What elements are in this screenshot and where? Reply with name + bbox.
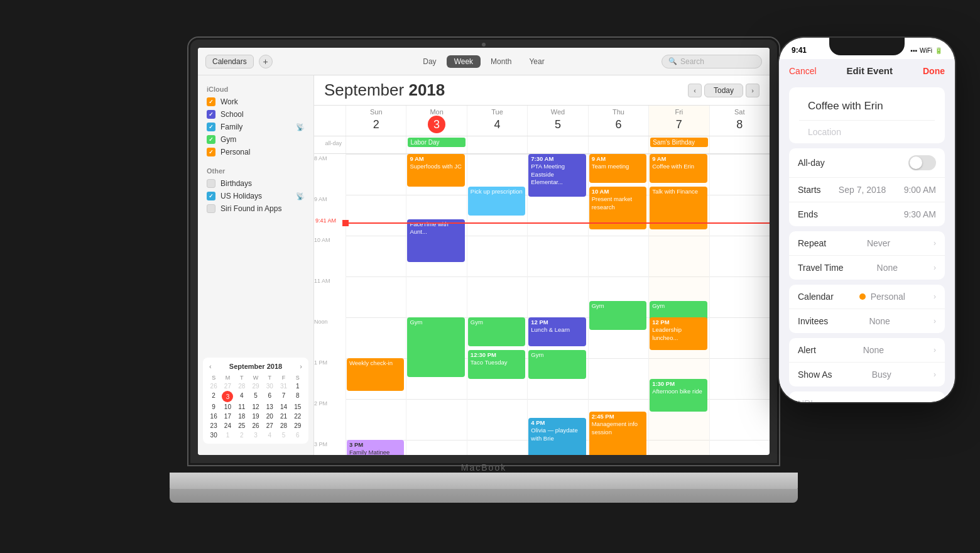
event-6[interactable]: Gym (468, 317, 525, 346)
mini-day-15[interactable]: 15 (291, 402, 305, 412)
event-25[interactable]: 1:30 PMAfternoon bike ride (650, 379, 707, 412)
mini-day-28b[interactable]: 28 (276, 421, 290, 430)
event-1[interactable]: 3 PMFamily Matinee (347, 440, 404, 455)
event-16[interactable]: 9 AMTeam meeting (589, 154, 646, 183)
event-12[interactable]: Gym (528, 350, 585, 379)
us-holidays-wifi-icon: 📡 (296, 192, 305, 200)
mini-day-oct3[interactable]: 3 (249, 430, 263, 440)
mini-day-26b[interactable]: 26 (249, 421, 263, 430)
sidebar-item-birthdays[interactable]: Birthdays (198, 177, 313, 190)
event-3[interactable]: FaceTime with Aunt... (407, 219, 464, 262)
sidebar-item-us-holidays[interactable]: US Holidays 📡 (198, 190, 313, 202)
mini-day-27[interactable]: 27 (220, 381, 234, 391)
mini-day-31[interactable]: 31 (276, 381, 290, 391)
calendar-field[interactable]: Calendar Personal › (789, 285, 945, 309)
mini-day-26[interactable]: 26 (207, 381, 220, 391)
mini-day-oct1[interactable]: 1 (220, 430, 234, 440)
sidebar-item-family[interactable]: Family 📡 (198, 121, 313, 133)
event-name-field[interactable]: Coffee with Erin (799, 92, 935, 120)
mini-day-17[interactable]: 17 (220, 412, 234, 421)
mini-day-16[interactable]: 16 (207, 412, 220, 421)
add-calendar-button[interactable]: + (259, 55, 273, 68)
location-field[interactable]: Location (799, 120, 935, 143)
mini-day-29b[interactable]: 29 (291, 421, 305, 430)
mini-day-9[interactable]: 9 (207, 402, 220, 412)
mini-day-28[interactable]: 28 (235, 381, 249, 391)
mini-day-oct2[interactable]: 2 (235, 430, 249, 440)
mini-day-oct6[interactable]: 6 (291, 430, 305, 440)
cancel-button[interactable]: Cancel (789, 66, 817, 76)
view-month-button[interactable]: Month (483, 55, 519, 68)
url-field[interactable]: URL (789, 391, 945, 402)
mini-day-4[interactable]: 4 (235, 391, 249, 402)
mini-day-23[interactable]: 23 (207, 421, 220, 430)
sidebar-item-school[interactable]: School (198, 108, 313, 121)
mini-day-1[interactable]: 1 (291, 381, 305, 391)
event-21[interactable]: 9 AMCoffee with Erin (650, 154, 707, 183)
repeat-travel-group: Repeat Never › Travel Time None › (789, 231, 945, 280)
mini-day-7[interactable]: 7 (276, 391, 290, 402)
done-button[interactable]: Done (923, 66, 945, 76)
event-10[interactable]: 7:30 AMPTA Meeting Eastside Elementar... (528, 154, 585, 197)
mini-day-6[interactable]: 6 (263, 391, 276, 402)
event-0[interactable]: Weekly check-in (347, 358, 404, 391)
mini-day-2[interactable]: 2 (207, 391, 220, 402)
event-24[interactable]: 12 PMLeadership luncheo... (650, 317, 707, 350)
show-as-field[interactable]: Show As Busy › (789, 363, 945, 386)
mini-day-3-today[interactable]: 3 (222, 391, 233, 402)
cal-next-button[interactable]: › (746, 84, 760, 97)
calendars-button[interactable]: Calendars (205, 55, 254, 68)
mini-day-oct5[interactable]: 5 (276, 430, 290, 440)
cal-prev-button[interactable]: ‹ (688, 84, 702, 97)
ends-field[interactable]: Ends 9:30 AM (789, 202, 945, 226)
mini-day-oct4[interactable]: 4 (263, 430, 276, 440)
mini-day-19[interactable]: 19 (249, 412, 263, 421)
mini-day-13[interactable]: 13 (263, 402, 276, 412)
starts-time: 9:00 AM (904, 185, 936, 195)
mini-day-5[interactable]: 5 (249, 391, 263, 402)
all-day-toggle[interactable] (908, 155, 936, 170)
event-18[interactable]: Gym (589, 301, 646, 330)
mini-day-27b[interactable]: 27 (263, 421, 276, 430)
starts-field[interactable]: Starts Sep 7, 2018 9:00 AM (789, 178, 945, 202)
repeat-field[interactable]: Repeat Never › (789, 231, 945, 256)
mini-day-8[interactable]: 8 (291, 391, 305, 402)
sidebar-item-work[interactable]: Work (198, 96, 313, 108)
event-4[interactable]: Gym (407, 317, 464, 377)
event-19[interactable]: 2:45 PMManagement info session (589, 412, 646, 455)
mini-day-29[interactable]: 29 (249, 381, 263, 391)
mini-day-20[interactable]: 20 (263, 412, 276, 421)
mini-day-30b[interactable]: 30 (207, 430, 220, 440)
mini-day-11[interactable]: 11 (235, 402, 249, 412)
sidebar-item-siri-found[interactable]: Siri Found in Apps (198, 202, 313, 215)
mini-cal-next[interactable]: › (300, 363, 302, 370)
today-button[interactable]: Today (704, 84, 743, 97)
event-7[interactable]: 12:30 PMTaco Tuesday (468, 350, 525, 379)
view-week-button[interactable]: Week (447, 55, 481, 68)
sidebar-item-personal[interactable]: Personal (198, 146, 313, 158)
sidebar-item-gym[interactable]: Gym (198, 133, 313, 146)
invitees-field[interactable]: Invitees None › (789, 309, 945, 333)
mini-day-24[interactable]: 24 (220, 421, 234, 430)
event-11[interactable]: 12 PMLunch & Learn (528, 317, 585, 346)
mini-cal-prev[interactable]: ‹ (209, 363, 212, 370)
view-day-button[interactable]: Day (415, 55, 444, 68)
search-box[interactable]: 🔍 Search (662, 55, 762, 68)
mini-day-21[interactable]: 21 (276, 412, 290, 421)
mini-day-25[interactable]: 25 (235, 421, 249, 430)
sams-birthday-event[interactable]: Sam's Birthday (650, 138, 707, 147)
mini-day-30[interactable]: 30 (263, 381, 276, 391)
view-year-button[interactable]: Year (521, 55, 552, 68)
labor-day-event[interactable]: Labor Day (408, 138, 465, 147)
mini-day-12[interactable]: 12 (249, 402, 263, 412)
event-5[interactable]: Pick up prescription (468, 187, 525, 216)
mini-day-18[interactable]: 18 (235, 412, 249, 421)
alert-field[interactable]: Alert None › (789, 338, 945, 363)
mini-day-10[interactable]: 10 (220, 402, 234, 412)
mini-day-14[interactable]: 14 (276, 402, 290, 412)
mini-day-22[interactable]: 22 (291, 412, 305, 421)
event-2[interactable]: 9 AMSuperfoods with JC (407, 154, 464, 187)
event-13[interactable]: 4 PMOlivia — playdate with Brie (528, 418, 585, 455)
travel-arrow: › (934, 263, 936, 272)
travel-field[interactable]: Travel Time None › (789, 256, 945, 280)
